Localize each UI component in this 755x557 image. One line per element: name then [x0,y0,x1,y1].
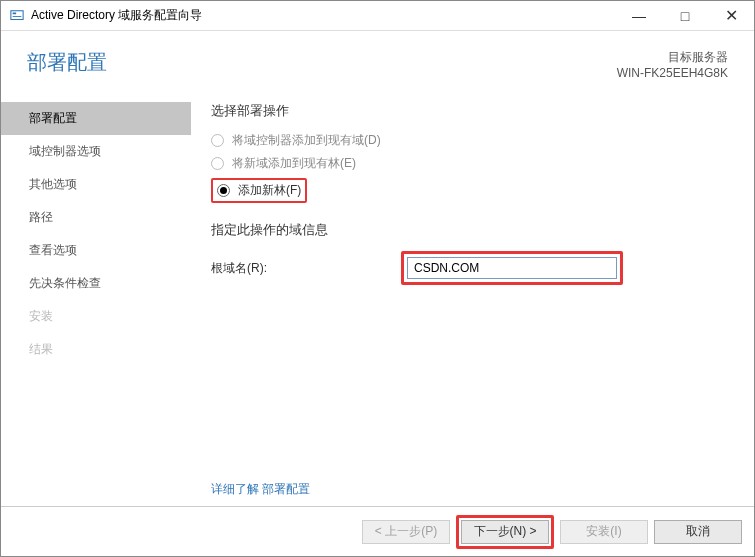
highlight-annotation: 添加新林(F) [211,178,307,203]
install-button: 安装(I) [560,520,648,544]
domain-info-label: 指定此操作的域信息 [211,221,734,239]
sidebar-item-deployment-config[interactable]: 部署配置 [1,102,191,135]
svg-rect-2 [13,16,22,17]
target-server-block: 目标服务器 WIN-FK25EEH4G8K [617,49,728,80]
radio-icon [211,157,224,170]
svg-rect-0 [11,10,23,19]
app-icon [9,8,25,24]
window-controls: — □ ✕ [616,1,754,31]
learn-more-link[interactable]: 详细了解 部署配置 [211,481,310,498]
radio-label: 添加新林(F) [238,182,301,199]
next-button[interactable]: 下一步(N) > [461,520,549,544]
close-button[interactable]: ✕ [708,1,754,31]
root-domain-label: 根域名(R): [211,260,401,277]
wizard-footer: < 上一步(P) 下一步(N) > 安装(I) 取消 [1,506,754,556]
radio-label: 将新域添加到现有林(E) [232,155,356,172]
radio-add-domain-existing-forest[interactable]: 将新域添加到现有林(E) [211,155,734,172]
content-area: 部署配置 域控制器选项 其他选项 路径 查看选项 先决条件检查 安装 结果 选择… [1,94,754,506]
window-title: Active Directory 域服务配置向导 [31,7,202,24]
target-server-value: WIN-FK25EEH4G8K [617,66,728,80]
radio-add-dc-existing-domain[interactable]: 将域控制器添加到现有域(D) [211,132,734,149]
previous-button: < 上一步(P) [362,520,450,544]
highlight-annotation: 下一步(N) > [456,515,554,549]
root-domain-row: 根域名(R): [211,251,734,285]
select-operation-label: 选择部署操作 [211,102,734,120]
radio-icon [217,184,230,197]
radio-icon [211,134,224,147]
sidebar-item-review-options[interactable]: 查看选项 [1,234,191,267]
page-header: 部署配置 目标服务器 WIN-FK25EEH4G8K [1,31,754,94]
radio-label: 将域控制器添加到现有域(D) [232,132,381,149]
highlight-annotation [401,251,623,285]
root-domain-input[interactable] [407,257,617,279]
sidebar-item-results: 结果 [1,333,191,366]
radio-add-new-forest[interactable]: 添加新林(F) [217,182,301,199]
sidebar: 部署配置 域控制器选项 其他选项 路径 查看选项 先决条件检查 安装 结果 [1,94,191,506]
target-server-label: 目标服务器 [617,49,728,66]
title-bar: Active Directory 域服务配置向导 — □ ✕ [1,1,754,31]
sidebar-item-dc-options[interactable]: 域控制器选项 [1,135,191,168]
sidebar-item-install: 安装 [1,300,191,333]
maximize-button[interactable]: □ [662,1,708,31]
sidebar-item-other-options[interactable]: 其他选项 [1,168,191,201]
page-title: 部署配置 [27,49,107,76]
cancel-button[interactable]: 取消 [654,520,742,544]
svg-rect-1 [13,12,17,14]
sidebar-item-paths[interactable]: 路径 [1,201,191,234]
minimize-button[interactable]: — [616,1,662,31]
main-panel: 选择部署操作 将域控制器添加到现有域(D) 将新域添加到现有林(E) 添加新林(… [191,94,744,506]
sidebar-item-prereq-check[interactable]: 先决条件检查 [1,267,191,300]
